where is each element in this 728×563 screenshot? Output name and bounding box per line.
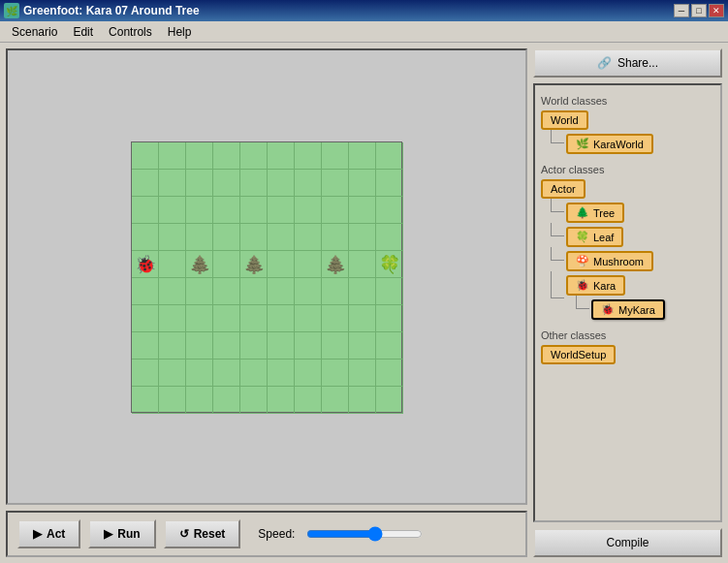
act-icon: ▶ <box>33 527 42 541</box>
grid-cell <box>322 224 349 251</box>
grid-cell <box>268 224 295 251</box>
world-classes-section: World classes World 🌿 KaraWorld <box>541 95 714 156</box>
grid-cell <box>376 387 403 414</box>
actor-classes-label: Actor classes <box>541 164 714 175</box>
grid-cell <box>349 142 376 170</box>
grid-cell <box>159 142 186 170</box>
window-controls: ─ □ ✕ <box>674 4 724 17</box>
class-box-actor[interactable]: Actor <box>541 179 586 199</box>
world-area: 🐞🌲🌲🌲🍀 <box>6 48 527 505</box>
grid-cell <box>322 360 349 387</box>
grid-cell <box>349 224 376 251</box>
minimize-button[interactable]: ─ <box>674 4 689 17</box>
main-container: 🐞🌲🌲🌲🍀 ▶ Act ▶ Run ↺ Reset Speed: 🔗 S <box>0 43 728 563</box>
grid-cell <box>240 387 268 414</box>
menu-scenario[interactable]: Scenario <box>4 23 65 41</box>
class-node-world: World <box>541 110 714 130</box>
grid-cell <box>349 170 376 197</box>
grid-cell <box>132 332 159 360</box>
class-node-worldsetup: WorldSetup <box>541 345 714 364</box>
reset-button[interactable]: ↺ Reset <box>164 519 241 548</box>
grid-cell <box>295 142 322 170</box>
grid-cell <box>213 360 240 387</box>
speed-slider[interactable] <box>306 526 423 542</box>
grid-cell <box>295 278 322 305</box>
grid-cell <box>322 387 349 414</box>
class-box-leaf[interactable]: 🍀 Leaf <box>566 227 623 247</box>
class-box-mushroom[interactable]: 🍄 Mushroom <box>566 251 653 271</box>
grid-cell <box>240 224 268 251</box>
class-box-kara[interactable]: 🐞 Kara <box>566 275 625 296</box>
mykara-icon: 🐞 <box>601 303 615 316</box>
grid-cell <box>349 197 376 224</box>
grid-cell <box>376 170 403 197</box>
grid-cell <box>349 251 376 278</box>
leaf-icon: 🍀 <box>576 231 589 243</box>
grid-cell <box>132 170 159 197</box>
grid-cell <box>240 142 268 170</box>
tree-sprite: 🌲 <box>186 251 213 278</box>
class-box-world[interactable]: World <box>541 110 588 130</box>
grid-cell <box>186 197 213 224</box>
grid-cell <box>268 305 295 332</box>
grid-cell <box>322 197 349 224</box>
class-box-karaworld[interactable]: 🌿 KaraWorld <box>566 134 653 154</box>
grid-cell <box>213 197 240 224</box>
kara-icon: 🐞 <box>576 279 589 292</box>
grid-cell <box>295 305 322 332</box>
grid-cell <box>159 305 186 332</box>
menu-help[interactable]: Help <box>160 23 200 41</box>
grid-cell <box>349 278 376 305</box>
bottom-controls: ▶ Act ▶ Run ↺ Reset Speed: <box>6 511 527 557</box>
grid-cell <box>240 332 268 360</box>
run-button[interactable]: ▶ Run <box>88 519 155 548</box>
class-node-mushroom: 🍄 Mushroom <box>566 251 653 271</box>
grid-cell <box>132 305 159 332</box>
grid-cell <box>159 224 186 251</box>
menu-edit[interactable]: Edit <box>65 23 101 41</box>
share-button[interactable]: 🔗 Share... <box>533 48 722 78</box>
grid-cell <box>186 170 213 197</box>
close-button[interactable]: ✕ <box>709 4 724 17</box>
grid-cell <box>268 360 295 387</box>
grid-cell <box>349 360 376 387</box>
class-node-kara: 🐞 Kara <box>566 275 665 296</box>
menu-controls[interactable]: Controls <box>101 23 160 41</box>
class-box-mykara[interactable]: 🐞 MyKara <box>591 299 665 320</box>
grid-cell <box>240 278 268 305</box>
world-label: World <box>551 114 579 126</box>
class-node-tree: 🌲 Tree <box>566 203 624 223</box>
grid-cell <box>132 387 159 414</box>
class-box-worldsetup[interactable]: WorldSetup <box>541 345 616 364</box>
grid-cell <box>159 251 186 278</box>
grid-cell <box>213 387 240 414</box>
grid-cell <box>268 142 295 170</box>
grid-cell <box>186 332 213 360</box>
karaworld-icon: 🌿 <box>576 138 589 150</box>
grid-cell <box>186 360 213 387</box>
mushroom-icon: 🍄 <box>576 255 589 267</box>
grid-cell <box>268 197 295 224</box>
grid-cell <box>376 360 403 387</box>
grid-cell <box>213 142 240 170</box>
grid-cell <box>295 224 322 251</box>
grid-cell <box>322 278 349 305</box>
other-classes-section: Other classes WorldSetup <box>541 329 714 364</box>
world-grid: 🐞🌲🌲🌲🍀 <box>131 141 402 413</box>
grid-cell <box>240 305 268 332</box>
kara-sprite: 🐞 <box>132 251 159 278</box>
act-button[interactable]: ▶ Act <box>17 519 80 548</box>
grid-cell <box>376 332 403 360</box>
class-node-leaf: 🍀 Leaf <box>566 227 623 247</box>
actor-label: Actor <box>551 183 576 195</box>
compile-button[interactable]: Compile <box>533 528 722 557</box>
grid-cell <box>159 387 186 414</box>
grid-cell <box>159 332 186 360</box>
maximize-button[interactable]: □ <box>691 4 707 17</box>
class-box-tree[interactable]: 🌲 Tree <box>566 203 624 223</box>
grid-cell <box>268 387 295 414</box>
world-classes-label: World classes <box>541 95 714 107</box>
share-icon: 🔗 <box>597 56 612 70</box>
right-panel: 🔗 Share... World classes World 🌿 <box>533 48 722 557</box>
app-icon: 🌿 <box>4 3 19 18</box>
